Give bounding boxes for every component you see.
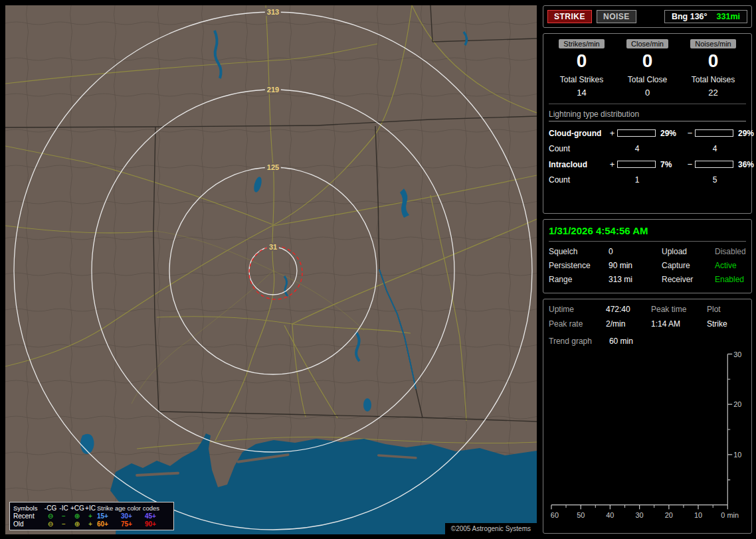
- x-tick-label: 40: [606, 511, 614, 519]
- strikes-per-min-value: 0: [577, 50, 587, 72]
- trend-graph-header: Trend graph 60 min: [549, 337, 746, 346]
- age-code: 90+: [145, 520, 169, 528]
- age-code: 75+: [121, 520, 145, 528]
- close-per-min-value: 0: [642, 50, 653, 72]
- total-strikes-value: 14: [577, 88, 586, 98]
- peak-time-value: 1:14 AM: [651, 319, 707, 329]
- ic-negative-pct: 36%: [735, 160, 754, 169]
- legend-age-header: Strike age color codes: [97, 504, 170, 512]
- x-major-ticks: [551, 505, 727, 509]
- cg-positive-bar: [617, 129, 656, 137]
- range-label: Range: [549, 275, 609, 284]
- legend-type-header: -CG: [44, 504, 57, 512]
- count-label: Count: [549, 175, 607, 185]
- ic-negative-bar: [695, 161, 733, 168]
- chart-axes: [551, 354, 727, 504]
- plot-label: Plot: [707, 305, 746, 314]
- pos-ic-icon: +: [84, 520, 97, 528]
- cg-negative-count: 4: [695, 144, 735, 153]
- upload-label: Upload: [662, 247, 715, 256]
- y-tick-label: 20: [733, 400, 741, 408]
- y-major-ticks: [727, 354, 732, 454]
- trend-graph-label: Trend graph: [549, 337, 592, 346]
- receiver-status: Enabled: [715, 275, 746, 284]
- mode-panel: STRIKE NOISE Bng 136° 331mi: [543, 5, 752, 28]
- distribution-title: Lightning type distribution: [549, 110, 746, 121]
- plot-value: Strike: [707, 319, 746, 329]
- trend-graph-window: 60 min: [609, 337, 633, 346]
- range-ring-label: 31: [267, 243, 279, 251]
- x-tick-label: 50: [577, 511, 585, 519]
- range-value: 313 mi: [609, 275, 662, 284]
- squelch-label: Squelch: [549, 247, 609, 256]
- persistence-label: Persistence: [549, 261, 609, 270]
- range-ring-label: 219: [265, 86, 281, 94]
- age-code: 30+: [121, 512, 145, 520]
- ic-positive-bar: [617, 161, 656, 168]
- x-tick-label: 20: [665, 511, 673, 519]
- peak-rate-value: 2/min: [606, 319, 651, 329]
- cg-negative-bar: [695, 129, 733, 137]
- status-panel: Uptime 472:40 Peak time Plot Peak rate 2…: [543, 299, 752, 534]
- cg-positive-count: 4: [617, 144, 657, 153]
- noise-button[interactable]: NOISE: [597, 10, 636, 23]
- trend-chart: 30 20 10 60 50 40 30 20 10 0 min: [549, 350, 746, 528]
- squelch-value: 0: [609, 247, 662, 256]
- pos-cg-icon: ⊕: [70, 512, 84, 520]
- legend-symbols-header: Symbols: [13, 504, 44, 512]
- strikes-rate-column: Strikes/min 0 Total Strikes 14: [549, 39, 614, 98]
- neg-ic-icon: −: [57, 520, 70, 528]
- ic-positive-pct: 7%: [657, 160, 685, 169]
- legend-type-header: -IC: [57, 504, 70, 512]
- ic-negative-count: 5: [695, 175, 735, 185]
- upload-status: Disabled: [715, 247, 746, 256]
- legend-type-header: +IC: [84, 504, 97, 512]
- total-close-label: Total Close: [628, 75, 667, 84]
- distribution-grid: Cloud-ground + 29% − 29% Count 4 4 Intra…: [549, 128, 746, 185]
- total-close-value: 0: [645, 88, 650, 98]
- x-axis-end-label: 0 min: [721, 511, 739, 519]
- capture-label: Capture: [662, 261, 715, 270]
- persistence-value: 90 min: [609, 261, 662, 270]
- y-minor-ticks: [727, 379, 730, 480]
- bearing-label: Bng 136°: [672, 12, 708, 21]
- cg-negative-pct: 29%: [735, 129, 754, 138]
- legend-row-label: Old: [13, 520, 44, 528]
- plus-sign: +: [607, 128, 617, 138]
- x-tick-label: 60: [551, 511, 559, 519]
- map-legend: Symbols -CG -IC +CG +IC Strike age color…: [9, 502, 174, 530]
- noises-rate-column: Noises/min 0 Total Noises 22: [680, 39, 746, 98]
- pos-cg-icon: ⊕: [70, 520, 84, 528]
- peak-time-label: Peak time: [651, 305, 707, 314]
- ic-positive-count: 1: [617, 175, 657, 185]
- statistics-panel: Strikes/min 0 Total Strikes 14 Close/min…: [543, 33, 752, 214]
- plus-sign: +: [607, 159, 617, 169]
- app-window: 313 219 125 31 Symbols -CG -IC +CG +IC S…: [0, 0, 756, 539]
- count-label: Count: [549, 144, 607, 153]
- bearing-readout: Bng 136° 331mi: [664, 10, 747, 23]
- lightning-map[interactable]: 313 219 125 31 Symbols -CG -IC +CG +IC S…: [5, 5, 537, 534]
- y-tick-label: 30: [733, 350, 741, 358]
- peak-rate-label: Peak rate: [549, 319, 606, 329]
- range-ring-label: 313: [265, 8, 281, 16]
- total-noises-value: 22: [708, 88, 717, 98]
- capture-status: Active: [715, 261, 746, 270]
- range-ring-label: 125: [265, 163, 281, 171]
- neg-cg-icon: ⊖: [44, 520, 57, 528]
- cg-positive-pct: 29%: [657, 129, 685, 138]
- minus-sign: −: [685, 128, 695, 138]
- age-code: 60+: [97, 520, 121, 528]
- settings-grid: Squelch 0 Upload Disabled Persistence 90…: [549, 247, 746, 284]
- receiver-label: Receiver: [662, 275, 715, 284]
- divider: [549, 241, 746, 242]
- clock-panel: 1/31/2026 4:54:56 AM Squelch 0 Upload Di…: [543, 219, 752, 293]
- y-tick-label: 10: [733, 450, 741, 458]
- neg-ic-icon: −: [57, 512, 70, 520]
- age-code: 45+: [145, 512, 169, 520]
- cloud-ground-label: Cloud-ground: [549, 129, 607, 138]
- minus-sign: −: [685, 159, 695, 169]
- sidebar: STRIKE NOISE Bng 136° 331mi Strikes/min …: [540, 0, 756, 539]
- neg-cg-icon: ⊖: [44, 512, 57, 520]
- legend-row-label: Recent: [13, 512, 44, 520]
- strike-button[interactable]: STRIKE: [547, 10, 592, 23]
